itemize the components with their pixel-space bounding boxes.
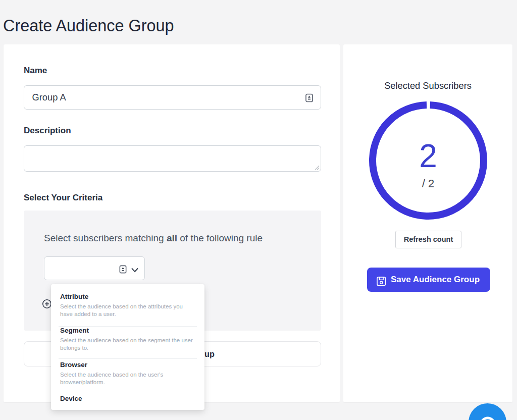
svg-text:/ 2: / 2 (422, 177, 434, 189)
svg-text:2: 2 (419, 138, 437, 174)
